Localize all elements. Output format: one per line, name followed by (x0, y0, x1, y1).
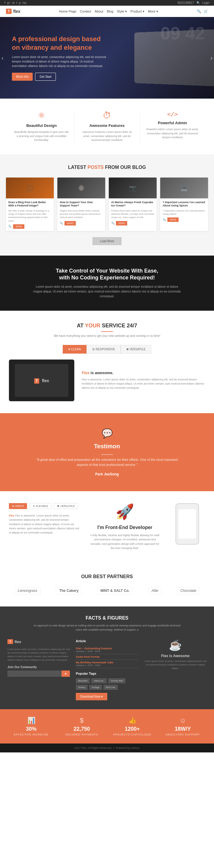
facts-article-title-1[interactable]: Flair – Outstanding Features (76, 647, 138, 650)
load-more-button[interactable]: Load More (93, 237, 121, 245)
send-btn-1[interactable]: SEND (13, 224, 24, 229)
stat-label-projects: PROJECTS CAPITALIZED (107, 733, 157, 736)
stat-projects: 👍 1200+ PROJECTS CAPITALIZED (107, 717, 157, 736)
tag-beautiful[interactable]: Beautiful (76, 678, 90, 683)
service-screen: T flex (15, 364, 68, 397)
blog-title-3: At Marios Always Fresh Cupcake Ice Cream… (111, 201, 154, 208)
stat-label-payments: SECURED PAYMENTS (57, 733, 107, 736)
service-subtitle: We have everything you need to get your … (9, 334, 205, 338)
blog-footer-3: 🔍 SEND (111, 221, 154, 225)
hero-image (96, 17, 214, 99)
twitter-icon[interactable]: t (16, 1, 17, 4)
partners-section: OUR BEST PARTNERS Lemongrass The Cakery … (0, 562, 214, 607)
facts-search-button[interactable]: ➤ (62, 671, 70, 677)
tag-smiley[interactable]: Smiley (76, 685, 88, 690)
search-nav-icon[interactable]: 🔍 (197, 9, 201, 13)
search-blog-icon-1[interactable]: 🔍 (8, 225, 11, 228)
camera-icon: 📷 (129, 184, 136, 191)
facts-search-input[interactable] (7, 671, 62, 677)
facts-logo-text: flex (14, 640, 21, 644)
phone-mockup (175, 503, 199, 545)
service-title: AT YOUR SERVICE 24/7 (9, 322, 205, 329)
dev-center-desc: A fully flexible, intuitive and highly f… (89, 533, 160, 551)
developer-section: ★ GREAT ✦ FLEXIBLE ✱ VERSATILE Flex Flex… (0, 491, 214, 562)
facts-article-3: My Birthday Homemade Cake January 1, 201… (76, 660, 138, 668)
facts-join-label: Join Our Community (7, 665, 70, 669)
googleplus-icon[interactable]: g+ (7, 1, 10, 4)
nav-blog[interactable]: Blog (107, 9, 113, 13)
testimonial-quote: "A great deal of effort and preparation … (36, 457, 178, 468)
blog-desc-2: Vegam front tone better when cooked, pro… (60, 209, 103, 219)
login-link[interactable]: Login (203, 1, 210, 4)
nav-style[interactable]: Style ▾ (117, 9, 127, 13)
tab-versatile[interactable]: ✱ VERSATILE (121, 345, 151, 353)
logo[interactable]: T flex (6, 9, 20, 14)
blog-section-title: LATEST POSTS FROM OUR BLOG (6, 165, 208, 170)
facts-article-1: Flair – Outstanding Features January 1, … (76, 646, 138, 654)
promo-description: Lorem ipsum dolor sit amet, consectetur … (33, 284, 181, 299)
search-blog-icon-2[interactable]: 🔍 (60, 222, 63, 225)
top-bar: f g+ in t p rss 9015198817 🔍 Login (0, 0, 214, 6)
service-description: Flex is awesome. Lorem ipsum dolor sit a… (82, 377, 205, 390)
feature-title-admin: Powerful Admin (144, 121, 201, 125)
tag-great: ★ GREAT (9, 503, 27, 509)
laptop-blog-icon: 💻 (180, 184, 188, 191)
stat-label-increase: EFFECTIVE INCREASE (6, 733, 57, 736)
footer-credit: Powered by Animus (116, 746, 139, 749)
tab-clean[interactable]: ♥ CLEAN (63, 345, 86, 353)
download-button[interactable]: Download Now ♥ (76, 693, 107, 700)
load-more-wrap: Load More (6, 237, 208, 245)
facts-popular-section: Popular Tags Beautiful Video Inc. Trendy… (76, 672, 138, 700)
linkedin-icon[interactable]: in (12, 1, 14, 4)
send-btn-3[interactable]: SEND (116, 221, 127, 225)
send-btn-2[interactable]: SEND (65, 221, 76, 225)
tag-videoinc[interactable]: Video Inc. (91, 678, 106, 683)
navigation: T flex Home Page Contact About Blog Styl… (0, 6, 214, 17)
tag-vintage[interactable]: Vintage (89, 685, 102, 690)
nav-product[interactable]: Product ▾ (131, 9, 144, 13)
partners-title: OUR BEST PARTNERS (9, 574, 205, 579)
nav-more[interactable]: More ▾ (148, 9, 158, 13)
search-blog-icon-4[interactable]: 🔍 (163, 218, 166, 221)
social-icons[interactable]: f g+ in t p rss (4, 1, 27, 4)
blog-section: LATEST POSTS FROM OUR BLOG 🎧 Does a Blog… (0, 154, 214, 255)
partner-allie: Allie (148, 587, 162, 594)
facts-logo-icon: T (7, 639, 13, 644)
nav-right-icons: 🔍 🛒 (197, 9, 208, 13)
partner-cakery: The Cakery (56, 587, 82, 594)
rss-icon[interactable]: rss (22, 1, 26, 4)
hero-next-arrow[interactable]: › (210, 55, 213, 61)
dev-right-content (170, 503, 205, 545)
feature-icon-features: ⏱ (79, 111, 135, 120)
service-divider (101, 331, 113, 332)
feature-powerful-admin: </> Powerful Admin Powerful Admin Lorem … (140, 111, 205, 143)
facts-article-title-2[interactable]: Goals Post Format (76, 655, 138, 658)
pinterest-icon[interactable]: p (19, 1, 21, 4)
facts-section: FACTS & FIGURES An approach to web desig… (0, 607, 214, 709)
search-icon[interactable]: 🔍 (197, 1, 200, 4)
nav-contact[interactable]: Contact (80, 9, 91, 13)
facts-article-title-3[interactable]: My Birthday Homemade Cake (76, 661, 138, 664)
tag-trendywall[interactable]: Trendy Wall (108, 678, 126, 683)
tab-responsive[interactable]: ☰ RESPONSIVE (86, 345, 121, 353)
stat-label-support: DEDICATED SUPPORT (157, 733, 208, 736)
get-start-button[interactable]: Get Start (35, 73, 56, 81)
watch-icon: ⌚ (78, 184, 85, 191)
blog-title-1: Does a Blog Post Look Better With a Feat… (8, 201, 51, 208)
cart-icon[interactable]: 🛒 (204, 9, 208, 13)
search-blog-icon-3[interactable]: 🔍 (111, 222, 114, 225)
hero-content: A professional design based on vibrancy … (12, 35, 107, 81)
feature-title-design: Beautiful Design (13, 123, 70, 128)
blog-card-4: 💻 7 Important Lessons I've Learned About… (160, 178, 208, 231)
more-info-button[interactable]: More Info (12, 73, 33, 81)
stats-section: 📊 30% EFFECTIVE INCREASE $ 22,750 SECURE… (0, 709, 214, 743)
promo-title-line2: with No Coding Experience Required! (59, 275, 155, 281)
tag-redlink[interactable]: Red Link (103, 685, 118, 690)
logo-icon: T (6, 9, 11, 14)
nav-about[interactable]: About (95, 9, 103, 13)
chart-icon: 📊 (6, 717, 57, 724)
facebook-icon[interactable]: f (4, 1, 5, 4)
nav-home[interactable]: Home Page (59, 9, 76, 13)
send-btn-4[interactable]: SEND (167, 217, 179, 222)
hero-prev-arrow[interactable]: ‹ (1, 55, 4, 61)
